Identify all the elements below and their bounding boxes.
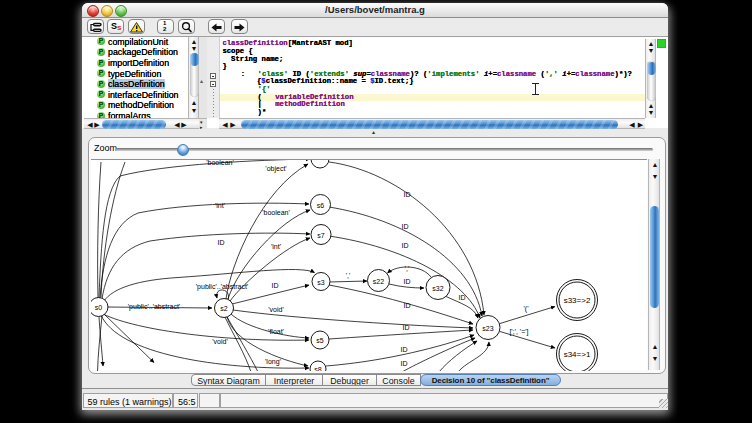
- svg-text:s6: s6: [317, 202, 325, 209]
- svg-text:',': ',': [405, 265, 410, 272]
- svg-text:ID: ID: [402, 242, 409, 249]
- svg-text:'void': 'void': [268, 306, 284, 313]
- svg-text:ID: ID: [218, 239, 225, 246]
- svg-text:ID: ID: [459, 294, 466, 301]
- svg-text:'public'..'abstract': 'public'..'abstract': [128, 303, 180, 311]
- svg-text:'int': 'int': [215, 202, 225, 209]
- svg-text:'boolean': 'boolean': [206, 160, 234, 166]
- svg-text:'public'..'abstract': 'public'..'abstract': [196, 283, 248, 291]
- svg-text:',': ',': [346, 272, 351, 279]
- svg-text:s33=>2: s33=>2: [564, 296, 591, 305]
- svg-text:ID: ID: [272, 282, 279, 289]
- svg-text:ID: ID: [404, 191, 411, 198]
- svg-text:s2: s2: [220, 305, 228, 312]
- svg-text:ID: ID: [402, 223, 409, 230]
- svg-text:'(': '(': [523, 305, 528, 313]
- svg-text:ID: ID: [404, 278, 411, 285]
- svg-text:'float': 'float': [268, 328, 284, 335]
- svg-text:[';', '=']: [';', '=']: [509, 328, 528, 336]
- svg-text:'object': 'object': [265, 165, 286, 173]
- svg-text:s8: s8: [314, 366, 322, 371]
- svg-text:'void': 'void': [212, 338, 228, 345]
- svg-text:s34=>1: s34=>1: [564, 350, 591, 359]
- svg-text:'boolean': 'boolean': [262, 209, 290, 216]
- svg-text:s0: s0: [95, 304, 103, 311]
- svg-text:ID: ID: [404, 302, 411, 309]
- svg-text:ID: ID: [401, 360, 408, 367]
- svg-text:ID: ID: [401, 346, 408, 353]
- svg-text:s32: s32: [432, 285, 443, 292]
- svg-text:ID: ID: [403, 324, 410, 331]
- svg-text:s7: s7: [317, 232, 325, 239]
- svg-text:s22: s22: [373, 278, 384, 285]
- svg-text:s3: s3: [317, 279, 325, 286]
- svg-text:s5: s5: [316, 337, 324, 344]
- svg-text:'long': 'long': [265, 358, 281, 366]
- svg-text:'int': 'int': [271, 243, 281, 250]
- svg-text:s23: s23: [482, 325, 493, 332]
